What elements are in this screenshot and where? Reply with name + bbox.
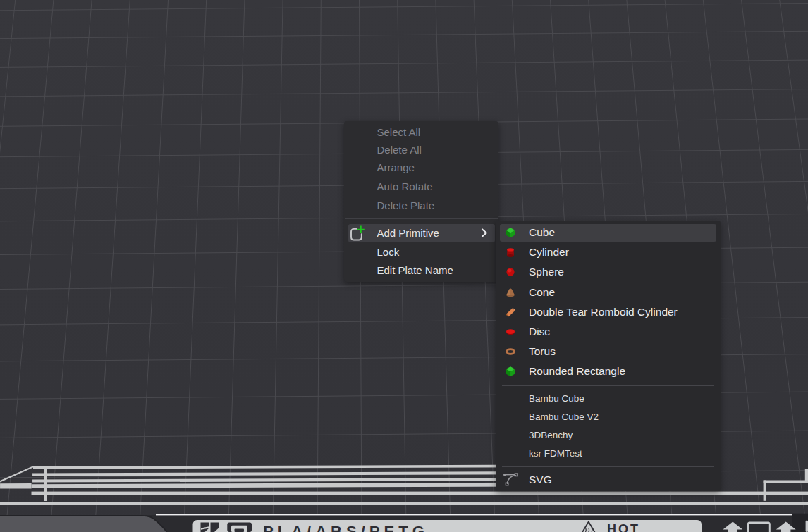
svg-text:PLA/ABS/PETG: PLA/ABS/PETG (263, 524, 429, 532)
svg-text:HOT: HOT (607, 522, 640, 532)
